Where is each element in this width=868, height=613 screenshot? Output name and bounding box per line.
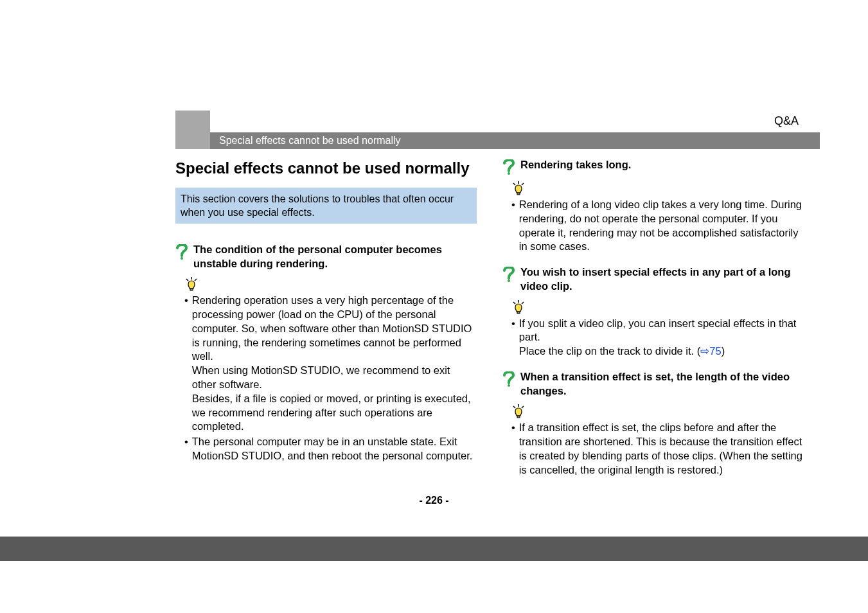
svg-rect-19 xyxy=(517,416,520,418)
question-text: The condition of the personal computer b… xyxy=(193,243,477,271)
bullet-body: Rendering of a long video clip takes a v… xyxy=(519,198,804,254)
svg-line-3 xyxy=(195,279,197,281)
answer-paragraph: Place the clip on the track to divide it… xyxy=(519,344,804,359)
link-arrow-icon: ⇨ xyxy=(700,345,709,357)
category-label: Q&A xyxy=(774,114,799,128)
question-row: When a transition effect is set, the len… xyxy=(502,370,804,398)
intro-box: This section covers the solutions to tro… xyxy=(175,188,477,224)
left-column: Special effects cannot be used normally … xyxy=(175,158,477,488)
bullet-body: Rendering operation uses a very high per… xyxy=(192,294,477,434)
question-text: When a transition effect is set, the len… xyxy=(520,370,804,398)
question-text: Rendering takes long. xyxy=(520,158,631,172)
answer-bullet: • If you split a video clip, you can ins… xyxy=(502,317,804,359)
lightbulb-icon xyxy=(511,181,526,195)
svg-line-7 xyxy=(513,183,515,185)
answer-paragraph: Besides, if a file is copied or moved, o… xyxy=(192,392,477,434)
svg-rect-9 xyxy=(517,193,520,195)
lightbulb-icon xyxy=(184,277,199,291)
svg-point-0 xyxy=(181,257,183,260)
question-mark-icon xyxy=(175,244,188,260)
svg-line-12 xyxy=(513,302,515,304)
qa-block-4: When a transition effect is set, the len… xyxy=(502,370,804,477)
lightbulb-icon xyxy=(511,300,526,314)
svg-rect-4 xyxy=(190,289,193,290)
answer-paragraph: If you split a video clip, you can inser… xyxy=(519,317,804,345)
question-row: You wish to insert special effects in an… xyxy=(502,265,804,294)
bullet-dot: • xyxy=(184,435,188,463)
section-heading: Special effects cannot be used normally xyxy=(175,158,477,179)
top-spacer xyxy=(0,0,868,103)
question-mark-icon xyxy=(502,267,515,282)
bottom-bar xyxy=(0,537,868,561)
bullet-dot: • xyxy=(511,198,515,254)
question-row: The condition of the personal computer b… xyxy=(175,243,477,271)
svg-line-2 xyxy=(186,279,188,281)
answer-bullet: • Rendering of a long video clip takes a… xyxy=(502,198,804,254)
answer-paragraph: When using MotionSD STUDIO, we recommend… xyxy=(192,364,477,392)
page-link[interactable]: 75 xyxy=(709,345,721,357)
svg-line-17 xyxy=(513,406,515,408)
qa-block-3: You wish to insert special effects in an… xyxy=(502,265,804,359)
qa-block-1: The condition of the personal computer b… xyxy=(175,243,477,463)
bullet-body: If a transition effect is set, the clips… xyxy=(519,421,804,477)
header-title-bar: Special effects cannot be used normally xyxy=(210,132,820,149)
question-text: You wish to insert special effects in an… xyxy=(520,265,804,294)
bullet-dot: • xyxy=(184,294,188,434)
svg-line-13 xyxy=(522,302,524,304)
svg-line-8 xyxy=(522,183,524,185)
svg-rect-14 xyxy=(517,312,520,314)
content-columns: Special effects cannot be used normally … xyxy=(0,149,868,488)
bullet-body: If you split a video clip, you can inser… xyxy=(519,317,804,359)
answer-bullet: • The personal computer may be in an uns… xyxy=(175,435,477,463)
page: Q&A Special effects cannot be used norma… xyxy=(0,0,868,613)
question-mark-icon xyxy=(502,159,515,175)
answer-text-post: ) xyxy=(722,345,725,357)
answer-bullet: • Rendering operation uses a very high p… xyxy=(175,294,477,434)
right-column: Rendering takes long. • Rendering of a l… xyxy=(502,158,804,488)
question-mark-icon xyxy=(502,371,515,387)
svg-point-10 xyxy=(508,280,510,282)
svg-point-5 xyxy=(508,172,510,175)
bullet-dot: • xyxy=(511,317,515,359)
header-accent-block xyxy=(175,111,210,149)
lightbulb-icon xyxy=(511,404,526,418)
bullet-dot: • xyxy=(511,421,515,477)
bullet-body: The personal computer may be in an unsta… xyxy=(192,435,477,463)
question-row: Rendering takes long. xyxy=(502,158,804,175)
answer-paragraph: Rendering operation uses a very high per… xyxy=(192,294,477,364)
svg-point-15 xyxy=(508,384,510,387)
header-band: Special effects cannot be used normally xyxy=(175,132,820,149)
svg-line-18 xyxy=(522,406,524,408)
answer-text-pre: Place the clip on the track to divide it… xyxy=(519,345,700,357)
qa-block-2: Rendering takes long. • Rendering of a l… xyxy=(502,158,804,254)
answer-bullet: • If a transition effect is set, the cli… xyxy=(502,421,804,477)
page-number: - 226 - xyxy=(0,495,868,506)
